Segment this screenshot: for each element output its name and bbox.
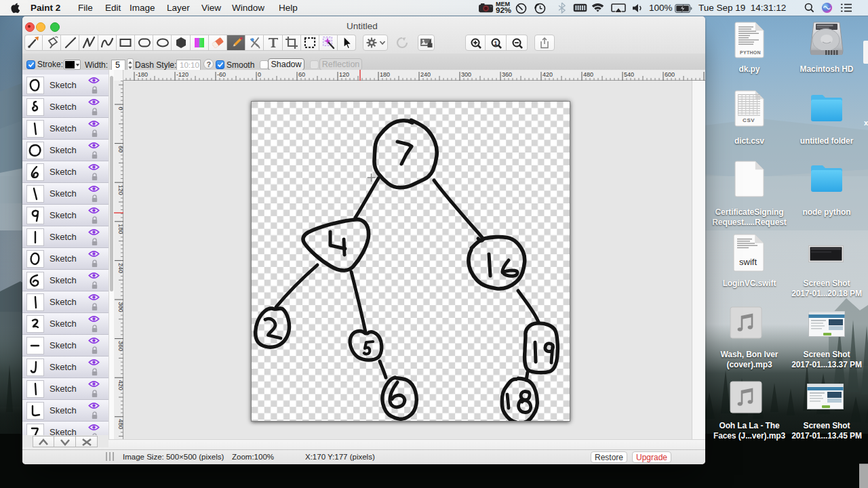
svg-text:540: 540 [624,71,634,78]
svg-text:1: 1 [494,39,498,46]
svg-text:swift: swift [739,257,757,267]
svg-text:360: 360 [502,71,512,78]
svg-text:600: 600 [665,71,675,78]
svg-text:CSV: CSV [743,117,755,123]
svg-text:-120: -120 [176,71,189,78]
svg-text:PYTHON: PYTHON [740,50,761,55]
svg-text:60: 60 [298,71,305,78]
svg-text:300: 300 [461,71,471,78]
svg-text:-180: -180 [136,71,148,78]
svg-text:0: 0 [258,71,261,78]
svg-text:420: 420 [542,71,553,78]
svg-text:180: 180 [380,71,390,78]
svg-text:480: 480 [583,71,593,78]
svg-text:60: 60 [117,146,124,152]
svg-text:240: 240 [420,71,431,78]
svg-text:-60: -60 [217,71,226,78]
svg-text:120: 120 [339,71,349,78]
